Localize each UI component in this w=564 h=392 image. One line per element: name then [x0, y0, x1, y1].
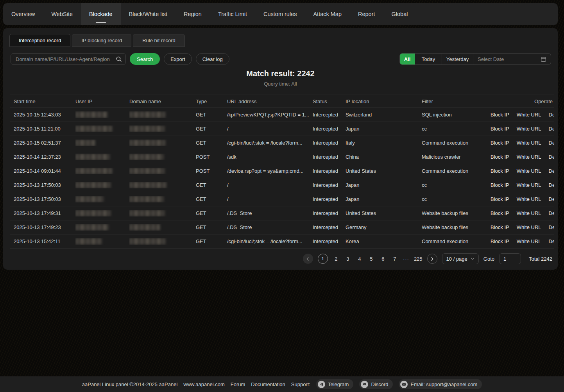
details-link[interactable]: Details [549, 210, 554, 216]
white-url-link[interactable]: White URL [517, 140, 541, 146]
nav-tab-website[interactable]: WebSite [43, 3, 81, 25]
select-date-input[interactable]: Select Date [473, 54, 551, 64]
page-button-225[interactable]: 225 [414, 256, 423, 262]
details-link[interactable]: Details [549, 154, 554, 160]
details-link[interactable]: Details [549, 224, 554, 230]
export-button[interactable]: Export [164, 53, 192, 65]
cell-status: Intercepted [313, 238, 346, 244]
cell-status: Intercepted [313, 126, 346, 132]
details-link[interactable]: Details [549, 238, 554, 244]
block-ip-link[interactable]: Block IP [491, 140, 509, 146]
clear-log-button[interactable]: Clear log [196, 53, 229, 65]
cell-user-ip [75, 168, 129, 174]
redacted-user-ip [75, 210, 111, 217]
search-field-wrap [11, 53, 126, 65]
search-input[interactable] [11, 53, 126, 65]
date-filter-yesterday[interactable]: Yesterday [442, 54, 473, 64]
subtab-interception-record[interactable]: Interception record [9, 34, 70, 47]
white-url-link[interactable]: White URL [517, 126, 541, 132]
white-url-link[interactable]: White URL [517, 168, 541, 174]
details-link[interactable]: Details [549, 182, 554, 188]
operate-separator [513, 168, 513, 173]
block-ip-link[interactable]: Block IP [491, 210, 509, 216]
prev-page-button[interactable] [303, 254, 313, 264]
footer-website-link[interactable]: www.aapanel.com [183, 381, 225, 387]
nav-tab-global[interactable]: Global [383, 3, 416, 25]
table-row: 2025-10-13 15:42:11 GET /cgi-bin/luci/;s… [10, 234, 554, 249]
cell-ip-location: Japan [346, 182, 422, 188]
page-button-1[interactable]: 1 [318, 254, 328, 264]
operate-separator [545, 183, 545, 187]
cell-type: GET [196, 224, 227, 230]
nav-tab-report[interactable]: Report [350, 3, 383, 25]
redacted-user-ip [75, 154, 110, 160]
page-button-3[interactable]: 3 [344, 256, 351, 262]
date-filter-today[interactable]: Today [415, 54, 442, 64]
white-url-link[interactable]: White URL [517, 112, 541, 118]
page-button-5[interactable]: 5 [368, 256, 375, 262]
details-link[interactable]: Details [549, 140, 554, 146]
goto-page-input[interactable] [499, 253, 521, 264]
page-button-4[interactable]: 4 [356, 256, 363, 262]
select-date-placeholder: Select Date [478, 56, 504, 62]
white-url-link[interactable]: White URL [517, 154, 541, 160]
block-ip-link[interactable]: Block IP [491, 238, 509, 244]
details-link[interactable]: Details [549, 168, 554, 174]
block-ip-link[interactable]: Block IP [491, 224, 509, 230]
redacted-domain-name [129, 168, 165, 174]
pagination-ellipsis[interactable]: ··· [403, 256, 409, 262]
block-ip-link[interactable]: Block IP [491, 196, 509, 202]
nav-tab-traffic-limit[interactable]: Traffic Limit [210, 3, 255, 25]
page-size-select[interactable]: 10 / page [442, 253, 479, 264]
search-button[interactable]: Search [130, 53, 160, 65]
nav-tab-custom-rules[interactable]: Custom rules [255, 3, 305, 25]
page-button-6[interactable]: 6 [380, 256, 387, 262]
footer-support-label: Support: [291, 381, 310, 387]
nav-tab-overview[interactable]: Overview [3, 3, 43, 25]
column-header-ip-location: IP location [346, 98, 422, 104]
block-ip-link[interactable]: Block IP [491, 112, 509, 118]
email-button[interactable]: Email: support@aapanel.com [399, 379, 482, 389]
operate-cell: Block IPWhite URLDetails [491, 196, 554, 202]
page-button-2[interactable]: 2 [333, 256, 340, 262]
cell-type: GET [196, 210, 227, 216]
block-ip-link[interactable]: Block IP [491, 154, 509, 160]
details-link[interactable]: Details [549, 112, 554, 118]
subtab-rule-hit-record[interactable]: Rule hit record [133, 34, 185, 47]
white-url-link[interactable]: White URL [517, 210, 541, 216]
nav-tab-black-white-list[interactable]: Black/White list [121, 3, 175, 25]
operate-cell: Block IPWhite URLDetails [491, 210, 554, 216]
redacted-domain-name [129, 238, 165, 245]
block-ip-link[interactable]: Block IP [491, 168, 509, 174]
cell-status: Intercepted [313, 140, 346, 146]
discord-button[interactable]: Discord [359, 379, 393, 389]
cell-filter: SQL injection [422, 112, 491, 118]
page-button-7[interactable]: 7 [391, 256, 398, 262]
white-url-link[interactable]: White URL [517, 224, 541, 230]
subtab-ip-blocking-record[interactable]: IP blocking record [72, 34, 131, 47]
cell-url: / [227, 126, 313, 132]
telegram-button[interactable]: Telegram [316, 379, 353, 389]
redacted-user-ip [75, 140, 95, 146]
nav-tab-attack-map[interactable]: Attack Map [305, 3, 350, 25]
details-link[interactable]: Details [549, 126, 554, 132]
search-icon[interactable] [116, 56, 122, 62]
operate-separator [513, 112, 513, 117]
cell-url: /.DS_Store [227, 224, 313, 230]
cell-type: GET [196, 126, 227, 132]
date-filter-all[interactable]: All [400, 54, 415, 64]
cell-status: Intercepted [313, 112, 346, 118]
white-url-link[interactable]: White URL [517, 182, 541, 188]
block-ip-link[interactable]: Block IP [491, 182, 509, 188]
block-ip-link[interactable]: Block IP [491, 126, 509, 132]
footer-documentation-link[interactable]: Documentation [251, 381, 285, 387]
next-page-button[interactable] [427, 254, 437, 264]
white-url-link[interactable]: White URL [517, 196, 541, 202]
nav-tab-region[interactable]: Region [175, 3, 210, 25]
cell-domain-name [129, 224, 196, 231]
white-url-link[interactable]: White URL [517, 238, 541, 244]
details-link[interactable]: Details [549, 196, 554, 202]
footer-forum-link[interactable]: Forum [231, 381, 245, 387]
operate-separator [545, 112, 545, 117]
nav-tab-blockade[interactable]: Blockade [81, 3, 121, 25]
